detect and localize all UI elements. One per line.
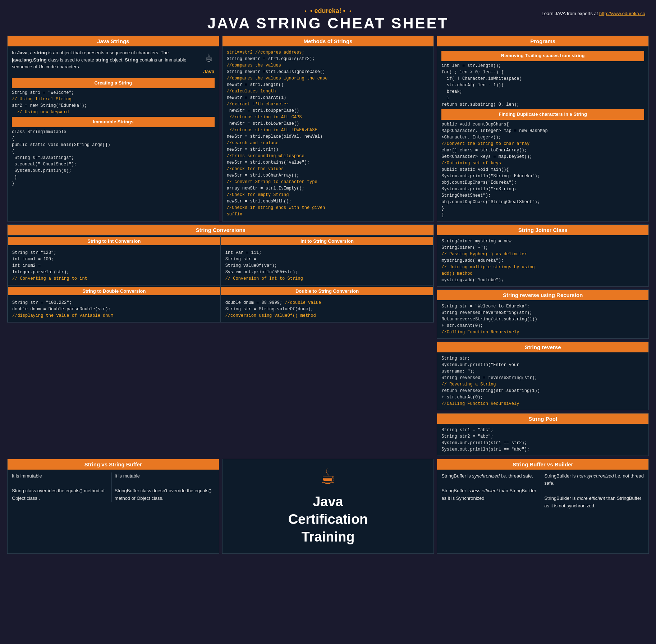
str-to-int-code: String str="123"; int inum1 = 100; int i… <box>12 250 216 282</box>
edureka-brand: • edureka! • <box>310 7 345 14</box>
buffer-vs-builder-body: StringBuffer is synchronized i.e. thread… <box>437 470 648 513</box>
java-cup-icon: ☕ <box>203 49 215 68</box>
buffer-less-efficient-text: StringBuffer is less efficient than Stri… <box>441 487 538 502</box>
certification-card: ☕ Java Certification Training <box>222 459 434 554</box>
string-conversions-wrapper: String Conversions String to Int Convers… <box>7 224 434 456</box>
double-to-str-code: double dnum = 88.9999; //double value St… <box>225 300 429 319</box>
string-pool-header: String Pool <box>437 414 648 424</box>
duplicate-chars-header: Finding Duplicate characters in a String <box>441 109 644 120</box>
string-equals-text: String class overrides the equals() meth… <box>12 487 109 502</box>
creating-string-code: String str1 = "Welcome"; // Using litera… <box>12 90 215 115</box>
buffer-vs-builder-header: String Buffer vs Builder <box>437 459 648 470</box>
buffer-synchronized-text: StringBuffer is synchronized i.e. thread… <box>441 472 538 480</box>
double-to-str-cell: Double to String Conversion double dnum … <box>221 285 434 322</box>
string-reverse-recursion-header: String reverse using Recursion <box>437 290 648 300</box>
programs-header: Programs <box>437 36 648 46</box>
str-to-int-body: String str="123"; int inum1 = 100; int i… <box>8 247 220 285</box>
right-programs-col: String Joiner Class StringJoiner mystrin… <box>437 224 649 456</box>
str-to-double-code: String str = "100.222"; double dnum = Do… <box>12 300 216 319</box>
string-vs-buffer-col2: It is mutable StringBuffer class doesn't… <box>115 472 215 502</box>
java-strings-header: Java Strings <box>8 36 219 46</box>
edureka-link[interactable]: http://www.edureka.co <box>599 11 645 16</box>
string-joiner-header: String Joiner Class <box>437 225 648 235</box>
str-to-double-body: String str = "100.222"; double dnum = Do… <box>8 297 220 322</box>
java-logo-area: ☕ Java <box>203 49 215 76</box>
string-vs-buffer-body: It is immutable String class overrides t… <box>8 470 219 505</box>
string-reverse-recursion-code: String str = "Welcome to Edureka"; Strin… <box>441 303 644 335</box>
int-to-str-cell: Int to String Conversion int var = 111; … <box>221 235 434 285</box>
immutable-strings-header: Immutable Strings <box>12 117 215 127</box>
methods-strings-card: Methods of Strings str1==str2 //compares… <box>222 36 434 221</box>
string-joiner-code: StringJoiner mystring = new StringJoiner… <box>441 238 644 283</box>
java-strings-card: Java Strings ☕ Java In Java, a string is… <box>7 36 219 221</box>
main-title: JAVA STRING CHEAT SHEET <box>4 15 652 32</box>
trailing-spaces-header: Removing Trailing spaces from string <box>441 51 644 61</box>
immutable-strings-code: class Stringimmutable { public static vo… <box>12 129 215 187</box>
int-to-str-body: int var = 111; String str = String.value… <box>221 247 433 285</box>
int-to-str-code: int var = 111; String str = String.value… <box>225 250 429 282</box>
programs-card: Programs Removing Trailing spaces from s… <box>437 36 649 221</box>
duplicate-chars-code: public void countDupChars{ Map<Character… <box>441 121 644 218</box>
buffer-equals-text: StringBuffer class doesn't override the … <box>115 487 215 502</box>
string-vs-buffer-card: String vs String Buffer It is immutable … <box>7 459 219 554</box>
string-joiner-card: String Joiner Class StringJoiner mystrin… <box>437 224 649 287</box>
string-reverse-recursion-body: String str = "Welcome to Edureka"; Strin… <box>437 300 648 338</box>
buffer-vs-builder-card: String Buffer vs Builder StringBuffer is… <box>437 459 649 554</box>
string-pool-body: String str1 = "abc"; String str2 = "abc"… <box>437 424 648 456</box>
string-reverse-code: String str; System.out.println("Enter yo… <box>441 355 644 407</box>
java-steam-icon: ☕ <box>321 466 335 489</box>
double-to-str-header: Double to String Conversion <box>221 287 433 295</box>
learn-link-text: Learn JAVA from experts at http://www.ed… <box>541 11 645 16</box>
buffer-vs-builder-col2: StringBuilder is non-synchronized i.e. n… <box>544 472 644 510</box>
trailing-spaces-code: int len = str.length(); for( ; len > 0; … <box>441 63 644 108</box>
edureka-dots-left: • <box>304 9 310 14</box>
string-pool-code: String str1 = "abc"; String str2 = "abc"… <box>441 427 644 453</box>
string-vs-buffer-header: String vs String Buffer <box>8 459 219 470</box>
string-reverse-card: String reverse String str; System.out.pr… <box>437 342 649 410</box>
methods-strings-header: Methods of Strings <box>223 36 434 46</box>
programs-body: Removing Trailing spaces from string int… <box>437 46 648 221</box>
string-reverse-body: String str; System.out.println("Enter yo… <box>437 352 648 410</box>
string-pool-card: String Pool String str1 = "abc"; String … <box>437 413 649 456</box>
methods-code: str1==str2 //compares address; String ne… <box>227 49 430 218</box>
string-vs-buffer-col1: It is immutable String class overrides t… <box>12 472 112 502</box>
java-strings-body: ☕ Java In Java, a string is an object th… <box>8 46 219 190</box>
string-reverse-recursion-card: String reverse using Recursion String st… <box>437 289 649 339</box>
str-to-int-header: String to Int Conversion <box>8 237 220 245</box>
java-intro-text: In Java, a string is an object that repr… <box>12 49 215 70</box>
string-conversions-card: String Conversions String to Int Convers… <box>7 224 434 323</box>
edureka-dots-right: • <box>349 9 352 14</box>
string-conversions-header: String Conversions <box>8 225 433 235</box>
builder-more-efficient-text: StringBuilder is more efficient than Str… <box>544 495 644 510</box>
str-to-double-header: String to Double Conversion <box>8 287 220 295</box>
str-to-double-cell: String to Double Conversion String str =… <box>8 285 221 322</box>
creating-string-header: Creating a String <box>12 78 215 88</box>
cert-title: Java Certification Training <box>288 493 368 546</box>
string-reverse-header: String reverse <box>437 342 648 352</box>
java-label: Java <box>203 68 215 76</box>
string-immutable-text: It is immutable <box>12 472 109 480</box>
string-joiner-body: StringJoiner mystring = new StringJoiner… <box>437 235 648 286</box>
int-to-str-header: Int to String Conversion <box>221 237 433 245</box>
double-to-str-body: double dnum = 88.9999; //double value St… <box>221 297 433 322</box>
builder-nonsync-text: StringBuilder is non-synchronized i.e. n… <box>544 472 644 488</box>
methods-strings-body: str1==str2 //compares address; String ne… <box>223 46 434 220</box>
buffer-mutable-text: It is mutable <box>115 472 215 480</box>
conversions-grid: String to Int Conversion String str="123… <box>8 235 433 322</box>
page-header: • • edureka! • • JAVA STRING CHEAT SHEET… <box>4 4 652 34</box>
buffer-vs-builder-col1: StringBuffer is synchronized i.e. thread… <box>441 472 541 510</box>
str-to-int-cell: String to Int Conversion String str="123… <box>8 235 221 285</box>
